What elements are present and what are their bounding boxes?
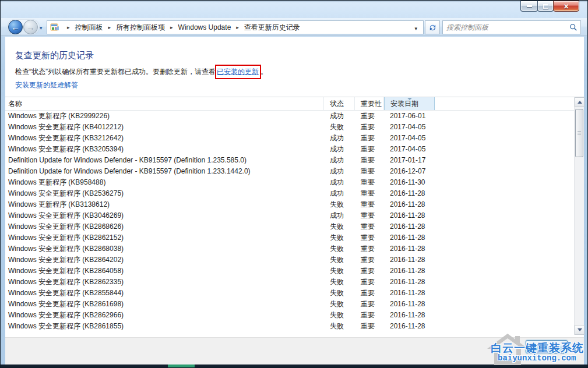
table-row[interactable]: Windows 更新程序 (KB958488) 成功 重要 2016-11-30 (5, 177, 574, 188)
intro-text-after: 。 (260, 68, 267, 76)
cell-importance: 重要 (355, 210, 384, 221)
cell-name: Windows 更新程序 (KB2999226) (5, 111, 324, 122)
cell-filler (435, 299, 574, 310)
vertical-scrollbar[interactable] (574, 97, 584, 335)
column-header-importance[interactable]: 重要性 (355, 97, 384, 110)
table-row[interactable]: Windows 更新程序 (KB3138612) 失败 重要 2016-11-2… (5, 199, 574, 210)
control-panel-icon[interactable] (50, 23, 59, 32)
breadcrumb-item-3[interactable]: 查看更新历史记录 (244, 23, 300, 33)
table-row[interactable]: Windows 安全更新程序 (KB2862335) 失败 重要 2016-11… (5, 277, 574, 288)
cell-name: Windows 更新程序 (KB958488) (5, 177, 324, 188)
cell-name: Windows 更新程序 (KB3138612) (5, 199, 324, 210)
table-row[interactable]: Windows 安全更新程序 (KB2864058) 失败 重要 2016-11… (5, 266, 574, 277)
breadcrumb-item-2[interactable]: Windows Update (178, 23, 231, 31)
column-header-status[interactable]: 状态 (324, 97, 355, 110)
cell-status: 成功 (324, 111, 355, 122)
cell-importance: 重要 (355, 299, 384, 310)
forward-button[interactable]: → (23, 20, 38, 34)
troubleshoot-updates-link[interactable]: 安装更新的疑难解答 (15, 80, 78, 90)
breadcrumb-item-1[interactable]: 所有控制面板项 (116, 23, 165, 33)
column-header-install-date[interactable]: 安装日期 (384, 97, 435, 110)
table-row[interactable]: Windows 安全更新程序 (KB2862966) 失败 重要 2016-11… (5, 310, 574, 321)
breadcrumb-separator-icon[interactable]: ▸ (170, 24, 173, 30)
close-button[interactable]: × (553, 1, 579, 12)
cell-filler (435, 199, 574, 210)
ok-button[interactable] (526, 340, 568, 353)
cell-filler (435, 144, 574, 155)
cell-install-date: 2016-11-28 (384, 188, 435, 199)
search-button[interactable] (566, 21, 580, 34)
maximize-icon (543, 4, 548, 9)
cell-status: 成功 (324, 210, 355, 221)
cell-filler (435, 122, 574, 133)
window-bottom-edge (1, 365, 587, 367)
cell-status: 失败 (324, 288, 355, 299)
cell-importance: 重要 (355, 232, 384, 243)
cell-install-date: 2016-11-28 (384, 321, 435, 332)
cell-name: Definition Update for Windows Defender -… (5, 166, 324, 177)
cell-status: 失败 (324, 321, 355, 332)
close-icon: × (564, 2, 568, 10)
breadcrumb-separator-icon[interactable]: ▸ (108, 24, 111, 30)
table-row[interactable]: Windows 安全更新程序 (KB2868038) 失败 重要 2016-11… (5, 243, 574, 254)
installed-updates-link[interactable]: 已安装的更新 (217, 68, 259, 76)
table-row[interactable]: Windows 安全更新程序 (KB3205394) 成功 重要 2017-04… (5, 144, 574, 155)
cell-install-date: 2016-11-28 (384, 210, 435, 221)
cell-importance: 重要 (355, 221, 384, 232)
cell-importance: 重要 (355, 155, 384, 166)
cell-importance: 重要 (355, 310, 384, 321)
scrollbar-down-button[interactable] (575, 325, 585, 335)
back-button[interactable]: ← (8, 20, 23, 34)
table-row[interactable]: Windows 安全更新程序 (KB2861855) 失败 重要 2016-11… (5, 321, 574, 332)
table-row[interactable]: Windows 安全更新程序 (KB3046269) 成功 重要 2016-11… (5, 210, 574, 221)
minimize-button[interactable] (520, 1, 538, 12)
windows-update-history-window: × ← → ▾ ▸控制面板▸所有控制面板项▸Windows Update▸查看更… (0, 0, 588, 368)
list-rows: Windows 更新程序 (KB2999226) 成功 重要 2017-06-0… (5, 111, 574, 334)
scrollbar-up-button[interactable] (575, 97, 585, 107)
column-header-name[interactable]: 名称 (5, 97, 324, 110)
cell-install-date: 2016-11-28 (384, 232, 435, 243)
cell-install-date: 2016-11-28 (384, 254, 435, 266)
refresh-button[interactable] (425, 20, 440, 34)
table-row[interactable]: Definition Update for Windows Defender -… (5, 166, 574, 177)
cell-name: Windows 安全更新程序 (KB2861855) (5, 321, 324, 332)
forward-arrow-icon: → (24, 20, 37, 34)
cell-install-date: 2017-01-17 (384, 155, 435, 166)
breadcrumb-separator-icon[interactable]: ▸ (67, 24, 70, 30)
search-input[interactable] (443, 22, 566, 33)
cell-install-date: 2016-11-30 (384, 177, 435, 188)
breadcrumb-dropdown-icon[interactable]: ▾ (414, 26, 417, 31)
cell-status: 失败 (324, 254, 355, 266)
recent-pages-dropdown[interactable]: ▾ (40, 25, 43, 31)
table-row[interactable]: Windows 安全更新程序 (KB3212642) 成功 重要 2017-04… (5, 133, 574, 144)
cell-importance: 重要 (355, 122, 384, 133)
cell-install-date: 2016-11-28 (384, 199, 435, 210)
cell-filler (435, 221, 574, 232)
cell-importance: 重要 (355, 243, 384, 254)
cell-name: Windows 安全更新程序 (KB2855844) (5, 288, 324, 299)
table-row[interactable]: Windows 更新程序 (KB2999226) 成功 重要 2017-06-0… (5, 111, 574, 122)
scrollbar-thumb[interactable] (575, 109, 583, 157)
table-row[interactable]: Windows 安全更新程序 (KB2855844) 失败 重要 2016-11… (5, 288, 574, 299)
cell-name: Windows 安全更新程序 (KB2864058) (5, 266, 324, 277)
table-row[interactable]: Windows 安全更新程序 (KB2868626) 失败 重要 2016-11… (5, 221, 574, 232)
table-row[interactable]: Definition Update for Windows Defender -… (5, 155, 574, 166)
cell-importance: 重要 (355, 133, 384, 144)
table-row[interactable]: Windows 安全更新程序 (KB2862152) 失败 重要 2016-11… (5, 232, 574, 243)
maximize-button[interactable] (537, 1, 554, 12)
breadcrumb: ▸控制面板▸所有控制面板项▸Windows Update▸查看更新历史记录 ▾ (47, 20, 424, 34)
table-row[interactable]: Windows 安全更新程序 (KB2536275) 成功 重要 2016-11… (5, 188, 574, 199)
cell-importance: 重要 (355, 111, 384, 122)
breadcrumb-item-0[interactable]: 控制面板 (75, 23, 103, 33)
red-annotation-box: 已安装的更新 (215, 65, 261, 79)
cell-status: 成功 (324, 133, 355, 144)
cell-status: 失败 (324, 310, 355, 321)
table-row[interactable]: Windows 安全更新程序 (KB4012212) 失败 重要 2017-04… (5, 122, 574, 133)
breadcrumb-separator-icon[interactable]: ▸ (236, 24, 239, 30)
table-row[interactable]: Windows 安全更新程序 (KB2864202) 失败 重要 2016-11… (5, 254, 574, 266)
table-row[interactable]: Windows 安全更新程序 (KB2861698) 失败 重要 2016-11… (5, 299, 574, 310)
update-history-list: 名称 状态 重要性 安装日期 Windows 更新程序 (KB2999226) … (5, 97, 584, 334)
cell-filler (435, 243, 574, 254)
cell-name: Windows 安全更新程序 (KB3046269) (5, 210, 324, 221)
cell-importance: 重要 (355, 199, 384, 210)
